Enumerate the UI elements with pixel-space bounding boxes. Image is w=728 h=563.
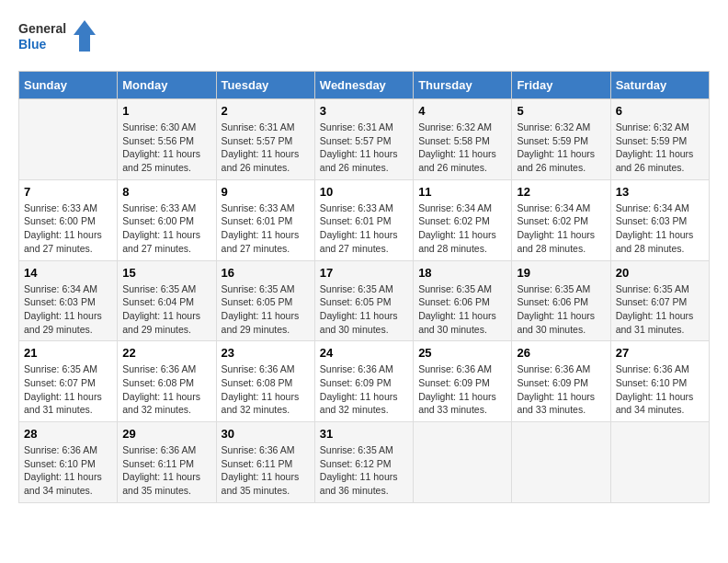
day-info: Sunrise: 6:35 AMSunset: 6:06 PMDaylight:… xyxy=(517,282,605,337)
day-info: Sunrise: 6:35 AMSunset: 6:05 PMDaylight:… xyxy=(222,282,310,337)
day-number: 1 xyxy=(122,104,210,118)
calendar-cell: 13Sunrise: 6:34 AMSunset: 6:03 PMDayligh… xyxy=(610,179,709,260)
day-number: 28 xyxy=(24,427,112,441)
calendar-cell: 7Sunrise: 6:33 AMSunset: 6:00 PMDaylight… xyxy=(19,179,118,260)
day-info: Sunrise: 6:35 AMSunset: 6:05 PMDaylight:… xyxy=(320,282,408,337)
logo: General Blue xyxy=(18,18,101,57)
day-info: Sunrise: 6:31 AMSunset: 5:57 PMDaylight:… xyxy=(222,121,310,175)
day-number: 30 xyxy=(222,427,310,441)
column-header-thursday: Thursday xyxy=(414,72,512,99)
day-number: 21 xyxy=(24,346,112,360)
day-info: Sunrise: 6:34 AMSunset: 6:02 PMDaylight:… xyxy=(418,201,506,256)
calendar-cell: 26Sunrise: 6:36 AMSunset: 6:09 PMDayligh… xyxy=(512,341,610,422)
calendar-cell: 5Sunrise: 6:32 AMSunset: 5:59 PMDaylight… xyxy=(512,99,610,180)
calendar-cell: 4Sunrise: 6:32 AMSunset: 5:58 PMDaylight… xyxy=(414,99,512,180)
day-info: Sunrise: 6:33 AMSunset: 6:01 PMDaylight:… xyxy=(222,201,310,256)
column-header-monday: Monday xyxy=(118,72,216,99)
calendar-cell: 28Sunrise: 6:36 AMSunset: 6:10 PMDayligh… xyxy=(19,422,118,503)
week-row-3: 14Sunrise: 6:34 AMSunset: 6:03 PMDayligh… xyxy=(19,260,710,341)
svg-marker-2 xyxy=(74,20,96,52)
week-row-1: 1Sunrise: 6:30 AMSunset: 5:56 PMDaylight… xyxy=(19,99,710,180)
column-header-tuesday: Tuesday xyxy=(216,72,314,99)
calendar-cell: 11Sunrise: 6:34 AMSunset: 6:02 PMDayligh… xyxy=(414,179,512,260)
calendar-cell: 8Sunrise: 6:33 AMSunset: 6:00 PMDaylight… xyxy=(118,179,216,260)
calendar-cell xyxy=(19,99,118,180)
day-info: Sunrise: 6:33 AMSunset: 6:00 PMDaylight:… xyxy=(122,201,210,256)
day-number: 13 xyxy=(616,185,704,199)
calendar-cell: 21Sunrise: 6:35 AMSunset: 6:07 PMDayligh… xyxy=(19,341,118,422)
week-row-5: 28Sunrise: 6:36 AMSunset: 6:10 PMDayligh… xyxy=(19,422,710,503)
day-number: 14 xyxy=(24,266,112,280)
logo-svg: General Blue xyxy=(18,18,101,57)
calendar-cell: 22Sunrise: 6:36 AMSunset: 6:08 PMDayligh… xyxy=(118,341,216,422)
calendar-body: 1Sunrise: 6:30 AMSunset: 5:56 PMDaylight… xyxy=(19,99,710,503)
header: General Blue xyxy=(18,18,710,57)
calendar-cell: 18Sunrise: 6:35 AMSunset: 6:06 PMDayligh… xyxy=(414,260,512,341)
calendar-header: SundayMondayTuesdayWednesdayThursdayFrid… xyxy=(19,72,710,99)
day-number: 11 xyxy=(418,185,506,199)
day-number: 17 xyxy=(320,266,408,280)
column-header-sunday: Sunday xyxy=(19,72,118,99)
calendar-cell: 27Sunrise: 6:36 AMSunset: 6:10 PMDayligh… xyxy=(610,341,709,422)
day-number: 8 xyxy=(122,185,210,199)
day-info: Sunrise: 6:34 AMSunset: 6:02 PMDaylight:… xyxy=(517,201,605,256)
day-number: 6 xyxy=(616,104,704,118)
day-number: 3 xyxy=(320,104,408,118)
calendar-cell: 20Sunrise: 6:35 AMSunset: 6:07 PMDayligh… xyxy=(610,260,709,341)
calendar-cell: 23Sunrise: 6:36 AMSunset: 6:08 PMDayligh… xyxy=(216,341,314,422)
calendar-cell xyxy=(610,422,709,503)
day-number: 29 xyxy=(122,427,210,441)
day-info: Sunrise: 6:35 AMSunset: 6:06 PMDaylight:… xyxy=(418,282,506,337)
day-info: Sunrise: 6:34 AMSunset: 6:03 PMDaylight:… xyxy=(24,282,112,337)
calendar-cell: 25Sunrise: 6:36 AMSunset: 6:09 PMDayligh… xyxy=(414,341,512,422)
day-info: Sunrise: 6:36 AMSunset: 6:11 PMDaylight:… xyxy=(222,443,310,498)
day-number: 5 xyxy=(517,104,605,118)
calendar-cell: 12Sunrise: 6:34 AMSunset: 6:02 PMDayligh… xyxy=(512,179,610,260)
calendar-cell: 1Sunrise: 6:30 AMSunset: 5:56 PMDaylight… xyxy=(118,99,216,180)
calendar-cell: 3Sunrise: 6:31 AMSunset: 5:57 PMDaylight… xyxy=(314,99,413,180)
day-info: Sunrise: 6:36 AMSunset: 6:11 PMDaylight:… xyxy=(122,443,210,498)
calendar-cell: 24Sunrise: 6:36 AMSunset: 6:09 PMDayligh… xyxy=(314,341,413,422)
day-number: 20 xyxy=(616,266,704,280)
day-number: 23 xyxy=(222,346,310,360)
day-info: Sunrise: 6:35 AMSunset: 6:07 PMDaylight:… xyxy=(24,362,112,417)
day-number: 27 xyxy=(616,346,704,360)
day-info: Sunrise: 6:36 AMSunset: 6:09 PMDaylight:… xyxy=(320,362,408,417)
calendar-cell: 31Sunrise: 6:35 AMSunset: 6:12 PMDayligh… xyxy=(314,422,413,503)
column-header-friday: Friday xyxy=(512,72,610,99)
day-info: Sunrise: 6:33 AMSunset: 6:01 PMDaylight:… xyxy=(320,201,408,256)
day-number: 4 xyxy=(418,104,506,118)
day-number: 12 xyxy=(517,185,605,199)
day-number: 19 xyxy=(517,266,605,280)
calendar-cell: 29Sunrise: 6:36 AMSunset: 6:11 PMDayligh… xyxy=(118,422,216,503)
calendar-cell: 14Sunrise: 6:34 AMSunset: 6:03 PMDayligh… xyxy=(19,260,118,341)
week-row-4: 21Sunrise: 6:35 AMSunset: 6:07 PMDayligh… xyxy=(19,341,710,422)
calendar-cell: 15Sunrise: 6:35 AMSunset: 6:04 PMDayligh… xyxy=(118,260,216,341)
calendar-cell: 2Sunrise: 6:31 AMSunset: 5:57 PMDaylight… xyxy=(216,99,314,180)
day-number: 24 xyxy=(320,346,408,360)
day-info: Sunrise: 6:35 AMSunset: 6:04 PMDaylight:… xyxy=(122,282,210,337)
week-row-2: 7Sunrise: 6:33 AMSunset: 6:00 PMDaylight… xyxy=(19,179,710,260)
day-info: Sunrise: 6:36 AMSunset: 6:10 PMDaylight:… xyxy=(24,443,112,498)
column-header-wednesday: Wednesday xyxy=(314,72,413,99)
day-number: 18 xyxy=(418,266,506,280)
day-info: Sunrise: 6:31 AMSunset: 5:57 PMDaylight:… xyxy=(320,121,408,175)
calendar-cell xyxy=(512,422,610,503)
day-info: Sunrise: 6:33 AMSunset: 6:00 PMDaylight:… xyxy=(24,201,112,256)
day-info: Sunrise: 6:35 AMSunset: 6:12 PMDaylight:… xyxy=(320,443,408,498)
day-info: Sunrise: 6:36 AMSunset: 6:09 PMDaylight:… xyxy=(418,362,506,417)
day-number: 2 xyxy=(222,104,310,118)
day-info: Sunrise: 6:35 AMSunset: 6:07 PMDaylight:… xyxy=(616,282,704,337)
day-number: 15 xyxy=(122,266,210,280)
day-info: Sunrise: 6:32 AMSunset: 5:59 PMDaylight:… xyxy=(517,121,605,175)
day-info: Sunrise: 6:34 AMSunset: 6:03 PMDaylight:… xyxy=(616,201,704,256)
column-header-saturday: Saturday xyxy=(610,72,709,99)
calendar-cell: 16Sunrise: 6:35 AMSunset: 6:05 PMDayligh… xyxy=(216,260,314,341)
calendar-cell: 30Sunrise: 6:36 AMSunset: 6:11 PMDayligh… xyxy=(216,422,314,503)
calendar-table: SundayMondayTuesdayWednesdayThursdayFrid… xyxy=(18,71,710,503)
day-info: Sunrise: 6:36 AMSunset: 6:08 PMDaylight:… xyxy=(222,362,310,417)
day-number: 22 xyxy=(122,346,210,360)
day-number: 31 xyxy=(320,427,408,441)
day-info: Sunrise: 6:32 AMSunset: 5:58 PMDaylight:… xyxy=(418,121,506,175)
day-info: Sunrise: 6:32 AMSunset: 5:59 PMDaylight:… xyxy=(616,121,704,175)
